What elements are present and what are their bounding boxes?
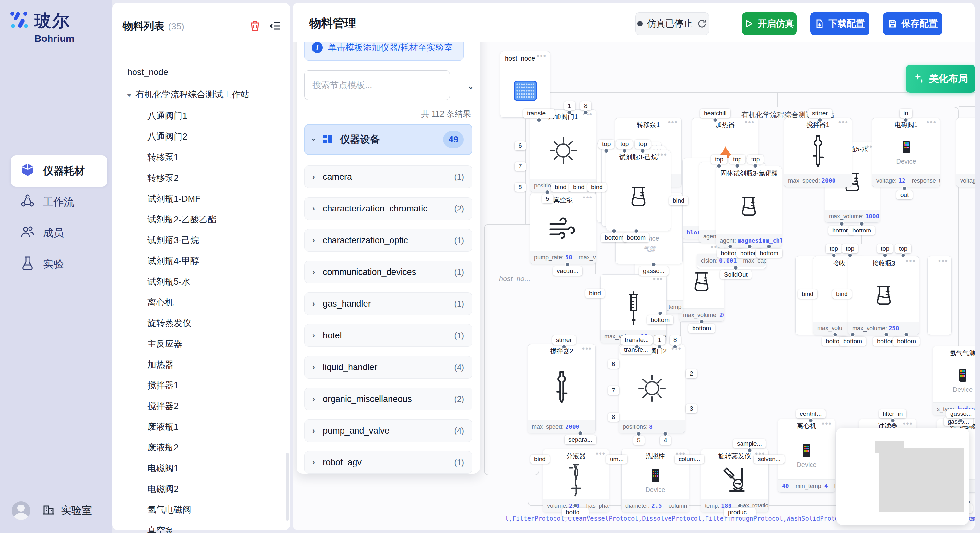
- port-dot-icon[interactable]: [735, 163, 740, 168]
- tree-item[interactable]: 试剂瓶4-甲醇: [148, 255, 199, 267]
- port-chip-gasso[interactable]: gasso...: [639, 266, 668, 276]
- port-dot-icon[interactable]: [604, 148, 609, 153]
- tree-item[interactable]: 试剂瓶5-水: [148, 276, 190, 287]
- tree-item[interactable]: 废液瓶2: [148, 442, 178, 453]
- port-chip-top[interactable]: top: [598, 140, 614, 149]
- port-dot-icon[interactable]: [959, 418, 964, 423]
- port-chip-6[interactable]: 6: [515, 141, 526, 150]
- port-dot-icon[interactable]: [612, 228, 617, 233]
- port-chip-botto[interactable]: botto...: [562, 508, 589, 517]
- node-电磁阀1[interactable]: 电磁阀1•••Devicevoltage: 12response_time: 0…: [872, 117, 940, 187]
- node-menu-icon[interactable]: •••: [537, 51, 547, 60]
- port-chip-bind[interactable]: bind: [832, 289, 852, 298]
- trash-icon[interactable]: [249, 20, 261, 33]
- port-dot-icon[interactable]: [545, 190, 550, 195]
- port-dot-icon[interactable]: [901, 253, 906, 258]
- node-menu-icon[interactable]: •••: [668, 118, 678, 127]
- search-input[interactable]: [304, 70, 450, 100]
- port-chip-8[interactable]: 8: [670, 335, 681, 344]
- tree-item[interactable]: 试剂瓶2-乙酸乙酯: [148, 214, 216, 225]
- port-chip-bind[interactable]: bind: [587, 182, 607, 192]
- port-dot-icon[interactable]: [640, 148, 645, 153]
- port-chip-top[interactable]: top: [711, 155, 727, 164]
- node-menu-icon[interactable]: •••: [768, 167, 778, 176]
- port-chip-filter_in[interactable]: filter_in: [879, 409, 907, 418]
- port-dot-icon[interactable]: [713, 117, 718, 122]
- node-电磁阀2[interactable]: 电磁阀2•••Devicevoltage: 12: [956, 117, 975, 187]
- node-接收瓶3[interactable]: 接收瓶3•••max_volume: 250: [848, 256, 920, 335]
- port-chip-7[interactable]: 7: [608, 386, 619, 395]
- node-八通阀门2[interactable]: 八通阀门2•••positions: 8: [619, 344, 685, 433]
- port-chip-transfe[interactable]: transfe...: [621, 335, 653, 344]
- port-chip-1[interactable]: 1: [654, 335, 665, 344]
- tree-item[interactable]: 氢气电磁阀: [148, 504, 191, 516]
- node-menu-icon[interactable]: •••: [906, 257, 916, 265]
- port-chip-top[interactable]: top: [747, 155, 764, 164]
- template-row-gas_handler[interactable]: ›gas_handler(1): [304, 292, 472, 315]
- download-config-button[interactable]: 下载配置: [810, 12, 870, 35]
- port-dot-icon[interactable]: [651, 262, 656, 267]
- node-menu-icon[interactable]: •••: [657, 150, 667, 159]
- template-row-hotel[interactable]: ›hotel(1): [304, 324, 472, 347]
- port-dot-icon[interactable]: [733, 265, 738, 270]
- port-chip-2[interactable]: 2: [686, 369, 697, 378]
- port-dot-icon[interactable]: [622, 148, 627, 153]
- port-chip-out[interactable]: out: [896, 190, 913, 200]
- refresh-icon[interactable]: [697, 19, 707, 29]
- chevron-down-icon[interactable]: ▾: [127, 91, 131, 99]
- tree-item[interactable]: 试剂瓶1-DMF: [148, 193, 200, 205]
- sidebar-item-lab[interactable]: 实验室: [42, 503, 92, 519]
- port-chip-top[interactable]: top: [842, 244, 858, 253]
- tree-item[interactable]: 废液瓶1: [148, 421, 178, 433]
- port-chip-SolidOut[interactable]: SolidOut: [720, 270, 751, 279]
- port-chip-heatchill[interactable]: heatchill: [700, 109, 730, 118]
- node-card[interactable]: •••: [928, 256, 952, 335]
- port-dot-icon[interactable]: [663, 431, 668, 436]
- tree-item[interactable]: ▾有机化学流程综合测试工作站: [127, 89, 249, 100]
- port-chip-centrif[interactable]: centrif...: [796, 409, 826, 418]
- node-搅拌器1[interactable]: 搅拌器1•••max_speed: 2000: [784, 117, 852, 187]
- node-搅拌器2[interactable]: 搅拌器2•••max_speed: 2000: [528, 344, 596, 433]
- port-chip-sample[interactable]: sample...: [733, 439, 766, 448]
- port-dot-icon[interactable]: [884, 332, 889, 337]
- sidebar-item-workflow[interactable]: 工作流: [11, 187, 107, 217]
- port-chip-1[interactable]: 1: [564, 102, 575, 110]
- port-dot-icon[interactable]: [747, 448, 752, 453]
- port-chip-8[interactable]: 8: [580, 102, 592, 110]
- list-scrollbar[interactable]: [286, 453, 289, 521]
- collapse-panel-icon[interactable]: [269, 20, 281, 33]
- port-dot-icon[interactable]: [848, 253, 853, 258]
- tree-item[interactable]: 转移泵2: [148, 172, 178, 184]
- port-dot-icon[interactable]: [699, 319, 704, 324]
- port-dot-icon[interactable]: [562, 344, 566, 349]
- port-chip-3[interactable]: 3: [686, 404, 697, 413]
- port-chip-bottom[interactable]: bottom: [647, 316, 673, 324]
- port-chip-5[interactable]: 5: [542, 194, 553, 203]
- port-chip-bind[interactable]: bind: [585, 289, 605, 298]
- tree-item[interactable]: 试剂瓶3-己烷: [148, 235, 199, 246]
- port-dot-icon[interactable]: [832, 253, 837, 258]
- tree-item[interactable]: 旋转蒸发仪: [148, 317, 191, 329]
- port-dot-icon[interactable]: [673, 344, 678, 349]
- port-dot-icon[interactable]: [902, 186, 907, 191]
- node-menu-icon[interactable]: •••: [838, 118, 848, 127]
- node-menu-icon[interactable]: •••: [745, 118, 755, 127]
- node-menu-icon[interactable]: •••: [582, 344, 592, 353]
- port-dot-icon[interactable]: [808, 418, 813, 423]
- template-row-camera[interactable]: ›camera(1): [304, 165, 472, 188]
- port-chip-8[interactable]: 8: [515, 182, 526, 192]
- sidebar-item-cube[interactable]: 仪器耗材: [11, 155, 107, 187]
- port-chip-um[interactable]: um...: [606, 455, 627, 464]
- port-chip-bottom[interactable]: bottom: [893, 337, 920, 346]
- node-固体试剂瓶3-氯化镁[interactable]: 固体试剂瓶3-氯化镁•••agent: magnesium_chlorideph…: [716, 166, 782, 247]
- port-dot-icon[interactable]: [818, 117, 822, 122]
- tree-item[interactable]: 加热器: [148, 359, 174, 370]
- port-chip-8[interactable]: 8: [608, 412, 619, 422]
- port-dot-icon[interactable]: [728, 244, 733, 249]
- port-chip-transfe[interactable]: transfe...: [523, 109, 555, 118]
- tree-item[interactable]: 八通阀门2: [148, 131, 187, 143]
- template-row-communication_devices[interactable]: ›communication_devices(1): [304, 261, 472, 283]
- port-chip-in[interactable]: in: [900, 109, 912, 118]
- port-dot-icon[interactable]: [737, 503, 742, 508]
- port-chip-stirrer[interactable]: stirrer: [808, 109, 832, 118]
